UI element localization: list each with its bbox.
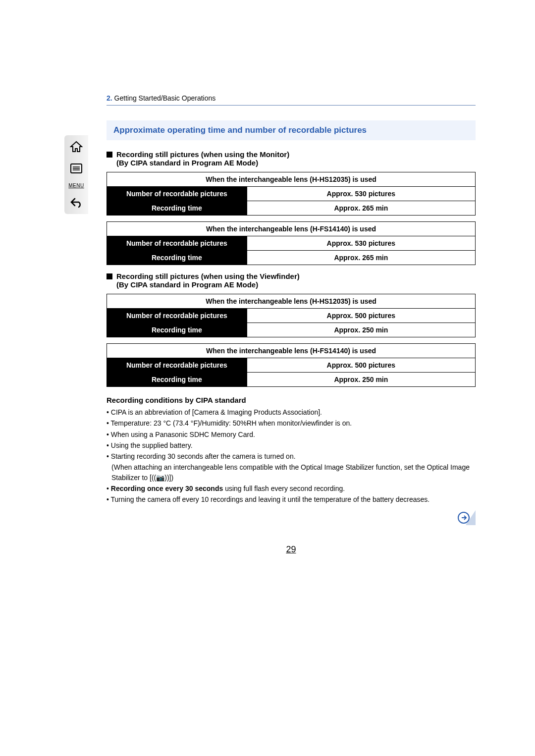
row-label: Recording time <box>107 201 247 216</box>
page: 2. Getting Started/Basic Operations Appr… <box>64 94 476 555</box>
spec-table: When the interchangeable lens (H-FS14140… <box>107 221 476 265</box>
spec-table: When the interchangeable lens (H-HS12035… <box>107 172 476 216</box>
breadcrumb: 2. Getting Started/Basic Operations <box>107 94 476 106</box>
spec-table: When the interchangeable lens (H-HS12035… <box>107 294 476 337</box>
row-label: Number of recordable pictures <box>107 358 247 373</box>
section-title: Approximate operating time and number of… <box>107 120 476 140</box>
bullet-square-icon <box>107 273 112 279</box>
list-item: • Recording once every 30 seconds using … <box>107 484 476 493</box>
page-number: 29 <box>107 544 476 555</box>
row-label: Number of recordable pictures <box>107 309 247 323</box>
subheading-viewfinder: Recording still pictures (when using the… <box>107 272 476 289</box>
row-value: Approx. 530 pictures <box>247 187 475 201</box>
list-item: • CIPA is an abbreviation of [Camera & I… <box>107 407 476 417</box>
row-value: Approx. 265 min <box>247 201 475 216</box>
list-item: (When attaching an interchangeable lens … <box>107 462 476 483</box>
breadcrumb-number: 2. <box>107 94 112 102</box>
row-value: Approx. 500 pictures <box>247 358 475 373</box>
row-value: Approx. 530 pictures <box>247 236 475 251</box>
next-page-button[interactable] <box>457 510 476 525</box>
subheading-monitor: Recording still pictures (when using the… <box>107 150 476 167</box>
row-label: Recording time <box>107 251 247 265</box>
subheading-line: Recording still pictures (when using the… <box>116 272 300 280</box>
breadcrumb-text: Getting Started/Basic Operations <box>114 94 216 102</box>
list-item: • Using the supplied battery. <box>107 440 476 450</box>
row-value: Approx. 250 min <box>247 323 475 337</box>
conditions-list: • CIPA is an abbreviation of [Camera & I… <box>107 407 476 505</box>
content: Approximate operating time and number of… <box>107 120 476 555</box>
table-header: When the interchangeable lens (H-HS12035… <box>107 294 476 309</box>
subheading-line: (By CIPA standard in Program AE Mode) <box>116 159 289 167</box>
row-label: Recording time <box>107 323 247 337</box>
table-header: When the interchangeable lens (H-FS14140… <box>107 222 476 236</box>
row-label: Number of recordable pictures <box>107 187 247 201</box>
subheading-line: (By CIPA standard in Program AE Mode) <box>116 280 300 289</box>
list-item: • Temperature: 23 °C (73.4 °F)/Humidity:… <box>107 418 476 428</box>
row-value: Approx. 265 min <box>247 251 475 265</box>
conditions-heading: Recording conditions by CIPA standard <box>107 396 476 404</box>
table-header: When the interchangeable lens (H-FS14140… <box>107 344 476 358</box>
svg-marker-4 <box>466 510 476 525</box>
row-label: Recording time <box>107 373 247 387</box>
row-label: Number of recordable pictures <box>107 236 247 251</box>
row-value: Approx. 250 min <box>247 373 475 387</box>
subheading-line: Recording still pictures (when using the… <box>116 150 289 159</box>
table-header: When the interchangeable lens (H-HS12035… <box>107 172 476 187</box>
arrow-right-icon <box>457 510 476 525</box>
row-value: Approx. 500 pictures <box>247 309 475 323</box>
bullet-square-icon <box>107 152 112 158</box>
list-item: • When using a Panasonic SDHC Memory Car… <box>107 430 476 439</box>
spec-table: When the interchangeable lens (H-FS14140… <box>107 343 476 387</box>
list-item: • Turning the camera off every 10 record… <box>107 494 476 504</box>
list-item: • Starting recording 30 seconds after th… <box>107 451 476 461</box>
